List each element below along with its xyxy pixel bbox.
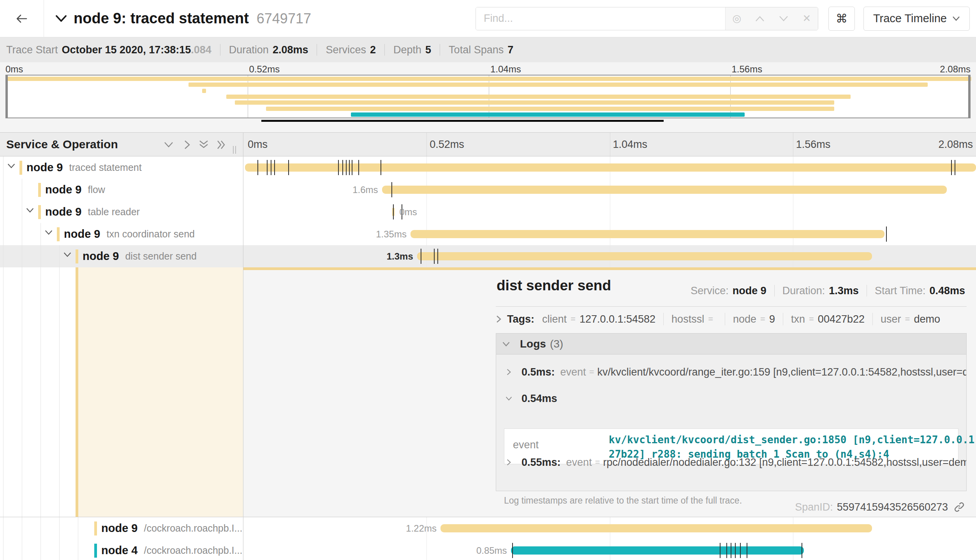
collapse-all-double-chevron-down-icon[interactable]	[197, 138, 210, 151]
span-duration-bar[interactable]	[417, 252, 872, 260]
chevron-down-icon[interactable]	[26, 207, 34, 213]
span-name-cell[interactable]: node 9dist sender send	[0, 245, 243, 267]
log-field-key: event	[566, 456, 592, 469]
indent-guide	[3, 156, 4, 179]
span-duration-bar[interactable]	[382, 186, 947, 194]
expand-one-chevron-right-icon[interactable]	[181, 138, 194, 151]
keyboard-shortcuts-button[interactable]: ⌘	[828, 7, 855, 31]
log-marker-tick	[951, 160, 952, 175]
log-marker-tick	[955, 160, 955, 175]
expand-all-double-chevron-right-icon[interactable]	[215, 138, 228, 151]
minimap-left-handle[interactable]	[5, 75, 8, 118]
summary-label: Trace Start	[6, 44, 58, 56]
indent-guide	[78, 539, 78, 560]
log-entry-row[interactable]: 0.5ms:event=kv/kvclient/kvcoord/range_it…	[496, 362, 966, 383]
span-duration-bar[interactable]	[440, 524, 872, 532]
indent-guide	[3, 179, 4, 201]
span-color-strip	[243, 267, 976, 270]
tags-row[interactable]: Tags: client=127.0.0.1:54582hostssl=node…	[496, 310, 967, 328]
span-color-bar	[57, 227, 60, 241]
span-timeline-cell[interactable]: 1.22ms	[243, 517, 976, 539]
chevron-down-icon	[505, 396, 513, 401]
find-prev-chevron-up-icon[interactable]	[755, 15, 765, 22]
timeline-gridline	[426, 539, 427, 560]
tag-equals: =	[708, 314, 713, 324]
log-entry-row[interactable]: 0.55ms:event=rpc/nodedialer/nodedialer.g…	[496, 452, 966, 473]
separator	[725, 313, 725, 325]
separator	[384, 44, 385, 56]
trace-id: 6749717	[257, 11, 311, 26]
span-timeline-cell[interactable]: 0.85ms	[243, 539, 976, 560]
chevron-down-icon	[952, 16, 960, 21]
chevron-down-icon[interactable]	[63, 252, 72, 258]
span-timeline-cell[interactable]	[243, 156, 976, 179]
span-timeline-cell[interactable]: 0ms	[243, 201, 976, 223]
tag-equals: =	[571, 314, 576, 324]
log-marker-tick	[747, 543, 747, 558]
log-field-value: rpc/nodedialer/nodedialer.go:132 [n9,cli…	[603, 456, 967, 469]
span-duration-label: 1.22ms	[406, 517, 437, 539]
indent-guide	[78, 517, 78, 539]
span-detail-row: dist sender send Service:node 9Duration:…	[0, 267, 976, 517]
chevron-down-icon[interactable]	[7, 163, 16, 169]
minimap-tick-label: 1.56ms	[732, 64, 763, 75]
find-next-chevron-down-icon[interactable]	[779, 15, 789, 22]
span-name-cell[interactable]: node 4/cockroach.roachpb.I...	[0, 539, 243, 560]
span-duration-bar[interactable]	[511, 546, 804, 555]
logs-header[interactable]: Logs (3)	[496, 334, 966, 355]
column-resize-grip[interactable]	[233, 146, 238, 154]
indent-guide	[3, 517, 4, 539]
collapse-one-chevron-down-icon[interactable]	[162, 138, 175, 151]
meta-value: 0.48ms	[929, 285, 965, 297]
log-field-value: kv/kvclient/kvcoord/range_iter.go:159 [n…	[597, 366, 966, 378]
operation-name: flow	[88, 184, 105, 195]
span-row: node 9/cockroach.roachpb.I...1.22ms	[0, 517, 976, 539]
page-title: node 9: traced statement6749717	[74, 10, 311, 27]
clear-find-icon[interactable]: ✕	[803, 12, 811, 25]
meta-value: node 9	[733, 285, 766, 297]
span-name-cell[interactable]: node 9traced statement	[0, 156, 243, 179]
tag-equals: =	[905, 314, 910, 324]
timeline-ruler: 0ms0.52ms1.04ms1.56ms2.08ms	[243, 133, 976, 156]
span-timeline-cell[interactable]: 1.35ms	[243, 223, 976, 245]
find-bar: ◎ ✕	[476, 7, 818, 30]
locate-icon[interactable]: ◎	[732, 12, 741, 25]
span-color-bar	[94, 544, 97, 558]
indent-guide	[22, 179, 22, 201]
minimap-right-handle[interactable]	[968, 75, 971, 118]
ruler-gridline	[793, 133, 793, 156]
tag-equals: =	[760, 314, 765, 324]
collapse-trace-chevron-icon[interactable]	[55, 14, 67, 23]
span-timeline-cell[interactable]: 1.6ms	[243, 179, 976, 201]
separator	[774, 285, 775, 297]
minimap-canvas[interactable]	[5, 75, 971, 118]
log-timestamp: 0.54ms	[521, 393, 557, 405]
tag-key: hostssl	[671, 313, 704, 325]
ruler-tick-label: 0.52ms	[430, 133, 464, 156]
chevron-down-icon[interactable]	[44, 230, 53, 235]
indent-guide	[41, 245, 41, 267]
span-timeline-cell[interactable]: 1.3ms	[243, 245, 976, 267]
service-name: node 9dist sender send	[83, 245, 197, 267]
summary-label: Duration	[229, 44, 269, 56]
span-name-cell[interactable]: node 9table reader	[0, 201, 243, 223]
back-button[interactable]	[0, 0, 44, 37]
span-duration-bar[interactable]	[245, 163, 976, 172]
span-name-cell[interactable]: node 9txn coordinator send	[0, 223, 243, 245]
indent-guide	[22, 245, 22, 267]
span-name-cell[interactable]: node 9/cockroach.roachpb.I...	[0, 517, 243, 539]
span-duration-bar[interactable]	[410, 230, 884, 238]
service-name: node 4/cockroach.roachpb.I...	[101, 539, 242, 560]
span-name-cell[interactable]: node 9flow	[0, 179, 243, 201]
span-detail-panel: dist sender send Service:node 9Duration:…	[243, 267, 976, 517]
ruler-tick-label: 1.56ms	[796, 133, 831, 156]
ruler-gridline	[426, 133, 427, 156]
indent-guide	[3, 539, 4, 560]
log-entry-row[interactable]: 0.54ms	[496, 388, 966, 409]
minimap-viewport-indicator[interactable]	[261, 120, 664, 122]
copy-link-icon[interactable]	[953, 501, 965, 513]
log-marker-tick	[257, 160, 258, 175]
find-input[interactable]	[476, 7, 725, 30]
view-selector-button[interactable]: Trace Timeline	[863, 7, 970, 31]
tags-list: client=127.0.0.1:54582hostssl=node=9txn=…	[542, 313, 940, 325]
